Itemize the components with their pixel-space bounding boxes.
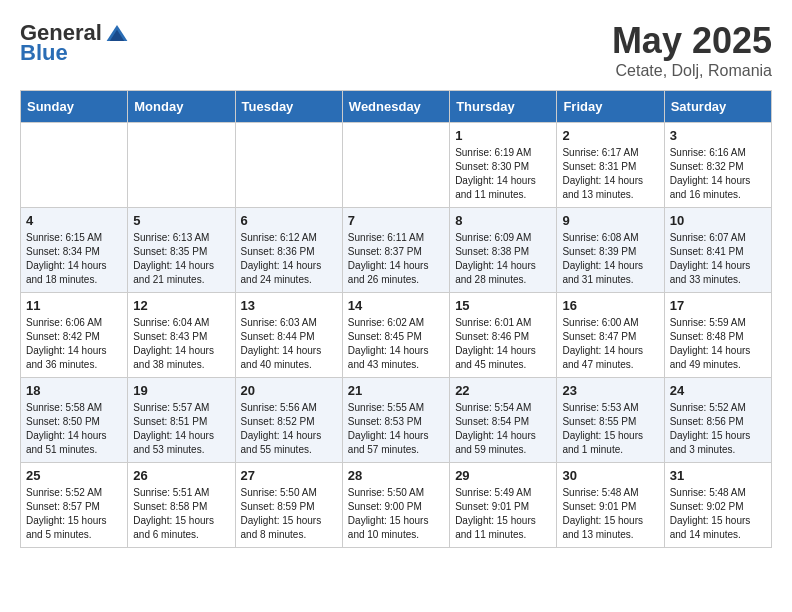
weekday-header: Tuesday bbox=[235, 91, 342, 123]
day-number: 8 bbox=[455, 213, 551, 228]
calendar-day-cell: 6Sunrise: 6:12 AM Sunset: 8:36 PM Daylig… bbox=[235, 208, 342, 293]
day-info: Sunrise: 6:04 AM Sunset: 8:43 PM Dayligh… bbox=[133, 316, 229, 372]
day-info: Sunrise: 5:58 AM Sunset: 8:50 PM Dayligh… bbox=[26, 401, 122, 457]
day-info: Sunrise: 5:50 AM Sunset: 9:00 PM Dayligh… bbox=[348, 486, 444, 542]
calendar-day-cell: 15Sunrise: 6:01 AM Sunset: 8:46 PM Dayli… bbox=[450, 293, 557, 378]
month-title: May 2025 bbox=[612, 20, 772, 62]
calendar-day-cell: 28Sunrise: 5:50 AM Sunset: 9:00 PM Dayli… bbox=[342, 463, 449, 548]
calendar-week-row: 1Sunrise: 6:19 AM Sunset: 8:30 PM Daylig… bbox=[21, 123, 772, 208]
calendar-day-cell: 2Sunrise: 6:17 AM Sunset: 8:31 PM Daylig… bbox=[557, 123, 664, 208]
calendar-day-cell: 23Sunrise: 5:53 AM Sunset: 8:55 PM Dayli… bbox=[557, 378, 664, 463]
day-number: 20 bbox=[241, 383, 337, 398]
day-number: 31 bbox=[670, 468, 766, 483]
day-number: 9 bbox=[562, 213, 658, 228]
day-number: 28 bbox=[348, 468, 444, 483]
calendar-day-cell: 13Sunrise: 6:03 AM Sunset: 8:44 PM Dayli… bbox=[235, 293, 342, 378]
calendar-day-cell: 20Sunrise: 5:56 AM Sunset: 8:52 PM Dayli… bbox=[235, 378, 342, 463]
day-info: Sunrise: 6:07 AM Sunset: 8:41 PM Dayligh… bbox=[670, 231, 766, 287]
calendar-day-cell: 3Sunrise: 6:16 AM Sunset: 8:32 PM Daylig… bbox=[664, 123, 771, 208]
title-block: May 2025 Cetate, Dolj, Romania bbox=[612, 20, 772, 80]
calendar-day-cell: 22Sunrise: 5:54 AM Sunset: 8:54 PM Dayli… bbox=[450, 378, 557, 463]
calendar-day-cell: 7Sunrise: 6:11 AM Sunset: 8:37 PM Daylig… bbox=[342, 208, 449, 293]
calendar-day-cell: 26Sunrise: 5:51 AM Sunset: 8:58 PM Dayli… bbox=[128, 463, 235, 548]
page-header: General Blue May 2025 Cetate, Dolj, Roma… bbox=[20, 20, 772, 80]
day-number: 30 bbox=[562, 468, 658, 483]
calendar-day-cell: 31Sunrise: 5:48 AM Sunset: 9:02 PM Dayli… bbox=[664, 463, 771, 548]
day-number: 22 bbox=[455, 383, 551, 398]
day-number: 10 bbox=[670, 213, 766, 228]
calendar-header-row: SundayMondayTuesdayWednesdayThursdayFrid… bbox=[21, 91, 772, 123]
day-info: Sunrise: 5:49 AM Sunset: 9:01 PM Dayligh… bbox=[455, 486, 551, 542]
day-number: 3 bbox=[670, 128, 766, 143]
calendar-day-cell: 10Sunrise: 6:07 AM Sunset: 8:41 PM Dayli… bbox=[664, 208, 771, 293]
day-info: Sunrise: 5:48 AM Sunset: 9:01 PM Dayligh… bbox=[562, 486, 658, 542]
logo: General Blue bbox=[20, 20, 129, 66]
calendar-day-cell bbox=[128, 123, 235, 208]
day-number: 15 bbox=[455, 298, 551, 313]
calendar-day-cell: 11Sunrise: 6:06 AM Sunset: 8:42 PM Dayli… bbox=[21, 293, 128, 378]
day-number: 1 bbox=[455, 128, 551, 143]
day-number: 25 bbox=[26, 468, 122, 483]
calendar-day-cell: 16Sunrise: 6:00 AM Sunset: 8:47 PM Dayli… bbox=[557, 293, 664, 378]
day-number: 18 bbox=[26, 383, 122, 398]
calendar-day-cell: 25Sunrise: 5:52 AM Sunset: 8:57 PM Dayli… bbox=[21, 463, 128, 548]
day-number: 26 bbox=[133, 468, 229, 483]
day-number: 29 bbox=[455, 468, 551, 483]
calendar-day-cell: 24Sunrise: 5:52 AM Sunset: 8:56 PM Dayli… bbox=[664, 378, 771, 463]
day-info: Sunrise: 6:12 AM Sunset: 8:36 PM Dayligh… bbox=[241, 231, 337, 287]
day-info: Sunrise: 6:16 AM Sunset: 8:32 PM Dayligh… bbox=[670, 146, 766, 202]
calendar-day-cell: 30Sunrise: 5:48 AM Sunset: 9:01 PM Dayli… bbox=[557, 463, 664, 548]
logo-icon bbox=[105, 21, 129, 45]
day-info: Sunrise: 5:52 AM Sunset: 8:57 PM Dayligh… bbox=[26, 486, 122, 542]
day-info: Sunrise: 6:02 AM Sunset: 8:45 PM Dayligh… bbox=[348, 316, 444, 372]
weekday-header: Saturday bbox=[664, 91, 771, 123]
day-number: 12 bbox=[133, 298, 229, 313]
calendar-day-cell: 8Sunrise: 6:09 AM Sunset: 8:38 PM Daylig… bbox=[450, 208, 557, 293]
subtitle: Cetate, Dolj, Romania bbox=[612, 62, 772, 80]
day-number: 11 bbox=[26, 298, 122, 313]
calendar-table: SundayMondayTuesdayWednesdayThursdayFrid… bbox=[20, 90, 772, 548]
day-info: Sunrise: 6:01 AM Sunset: 8:46 PM Dayligh… bbox=[455, 316, 551, 372]
weekday-header: Thursday bbox=[450, 91, 557, 123]
day-number: 14 bbox=[348, 298, 444, 313]
day-info: Sunrise: 6:13 AM Sunset: 8:35 PM Dayligh… bbox=[133, 231, 229, 287]
weekday-header: Wednesday bbox=[342, 91, 449, 123]
calendar-week-row: 25Sunrise: 5:52 AM Sunset: 8:57 PM Dayli… bbox=[21, 463, 772, 548]
calendar-day-cell: 29Sunrise: 5:49 AM Sunset: 9:01 PM Dayli… bbox=[450, 463, 557, 548]
calendar-day-cell: 1Sunrise: 6:19 AM Sunset: 8:30 PM Daylig… bbox=[450, 123, 557, 208]
calendar-week-row: 11Sunrise: 6:06 AM Sunset: 8:42 PM Dayli… bbox=[21, 293, 772, 378]
day-number: 5 bbox=[133, 213, 229, 228]
calendar-day-cell: 21Sunrise: 5:55 AM Sunset: 8:53 PM Dayli… bbox=[342, 378, 449, 463]
day-info: Sunrise: 5:57 AM Sunset: 8:51 PM Dayligh… bbox=[133, 401, 229, 457]
logo-blue-text: Blue bbox=[20, 40, 68, 66]
day-info: Sunrise: 6:08 AM Sunset: 8:39 PM Dayligh… bbox=[562, 231, 658, 287]
calendar-day-cell: 27Sunrise: 5:50 AM Sunset: 8:59 PM Dayli… bbox=[235, 463, 342, 548]
calendar-day-cell: 17Sunrise: 5:59 AM Sunset: 8:48 PM Dayli… bbox=[664, 293, 771, 378]
weekday-header: Friday bbox=[557, 91, 664, 123]
weekday-header: Sunday bbox=[21, 91, 128, 123]
day-number: 17 bbox=[670, 298, 766, 313]
day-info: Sunrise: 5:59 AM Sunset: 8:48 PM Dayligh… bbox=[670, 316, 766, 372]
day-number: 7 bbox=[348, 213, 444, 228]
day-info: Sunrise: 6:17 AM Sunset: 8:31 PM Dayligh… bbox=[562, 146, 658, 202]
day-info: Sunrise: 6:19 AM Sunset: 8:30 PM Dayligh… bbox=[455, 146, 551, 202]
day-number: 13 bbox=[241, 298, 337, 313]
calendar-day-cell: 18Sunrise: 5:58 AM Sunset: 8:50 PM Dayli… bbox=[21, 378, 128, 463]
calendar-day-cell bbox=[342, 123, 449, 208]
day-info: Sunrise: 5:55 AM Sunset: 8:53 PM Dayligh… bbox=[348, 401, 444, 457]
day-number: 23 bbox=[562, 383, 658, 398]
day-info: Sunrise: 6:03 AM Sunset: 8:44 PM Dayligh… bbox=[241, 316, 337, 372]
day-info: Sunrise: 5:56 AM Sunset: 8:52 PM Dayligh… bbox=[241, 401, 337, 457]
day-number: 6 bbox=[241, 213, 337, 228]
day-info: Sunrise: 5:54 AM Sunset: 8:54 PM Dayligh… bbox=[455, 401, 551, 457]
weekday-header: Monday bbox=[128, 91, 235, 123]
calendar-week-row: 18Sunrise: 5:58 AM Sunset: 8:50 PM Dayli… bbox=[21, 378, 772, 463]
day-number: 19 bbox=[133, 383, 229, 398]
day-info: Sunrise: 5:48 AM Sunset: 9:02 PM Dayligh… bbox=[670, 486, 766, 542]
calendar-day-cell bbox=[21, 123, 128, 208]
day-info: Sunrise: 5:52 AM Sunset: 8:56 PM Dayligh… bbox=[670, 401, 766, 457]
day-number: 16 bbox=[562, 298, 658, 313]
day-info: Sunrise: 6:11 AM Sunset: 8:37 PM Dayligh… bbox=[348, 231, 444, 287]
day-info: Sunrise: 6:15 AM Sunset: 8:34 PM Dayligh… bbox=[26, 231, 122, 287]
calendar-day-cell: 5Sunrise: 6:13 AM Sunset: 8:35 PM Daylig… bbox=[128, 208, 235, 293]
